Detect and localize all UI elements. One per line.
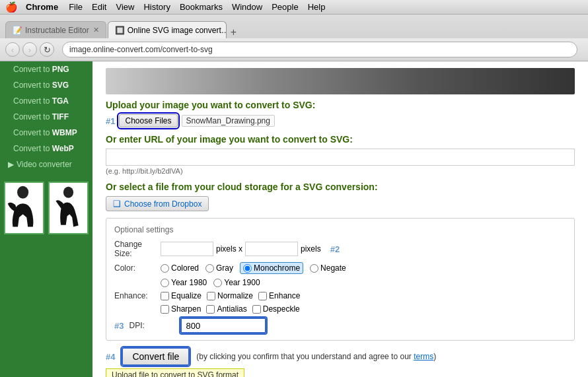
convert-button[interactable]: Convert file	[122, 347, 190, 366]
refresh-button[interactable]: ↻	[40, 42, 54, 57]
menu-people[interactable]: People	[272, 2, 298, 12]
top-image	[106, 68, 575, 94]
enhance-label: Enhance:	[114, 291, 161, 300]
radio-colored[interactable]	[161, 264, 169, 273]
radio-year1980[interactable]	[161, 279, 169, 287]
color-row: Color: Colored Gray Monochrome Negate	[114, 262, 566, 274]
upload-section: Upload your image you want to convert to…	[106, 100, 575, 127]
svg-point-1	[63, 187, 73, 198]
tab-label-svg: Online SVG image convert…	[128, 26, 227, 35]
menu-edit[interactable]: Edit	[92, 2, 106, 12]
dpi-section: #3 DPI:	[114, 318, 566, 333]
sidebar-link-wbmp[interactable]: Convert to WBMP	[0, 125, 92, 141]
thumbnail-area	[0, 178, 92, 238]
year-options: Year 1980 Year 1900	[161, 278, 260, 287]
check-sharpen[interactable]	[161, 305, 169, 314]
enhance-sharpen[interactable]: Sharpen	[161, 304, 201, 314]
enhance-normalize[interactable]: Normalize	[207, 291, 253, 300]
tooltip: Upload file to convert to SVG format	[106, 368, 244, 377]
browser-chrome: 📝 Instructable Editor ✕ 🔲 Online SVG ima…	[0, 15, 588, 61]
radio-negate[interactable]	[310, 264, 318, 273]
refresh-icon: ↻	[44, 45, 51, 55]
color-label: Color:	[114, 263, 161, 273]
sidebar-link-tiff[interactable]: Convert to TIFF	[0, 109, 92, 125]
year-1900[interactable]: Year 1900	[213, 278, 260, 287]
menu-bookmarks[interactable]: Bookmarks	[180, 2, 223, 12]
change-size-row: Change Size: pixels x pixels #2	[114, 240, 566, 258]
enhance-options2: Sharpen Antialias Despeckle	[161, 304, 300, 314]
thumbnail-1	[4, 182, 44, 234]
color-negate[interactable]: Negate	[310, 263, 346, 273]
menu-file[interactable]: File	[69, 2, 83, 12]
url-title: Or enter URL of your image you want to c…	[106, 134, 575, 145]
convert-section: #4 Convert file (by clicking you confirm…	[106, 347, 575, 366]
forward-button[interactable]: ›	[22, 42, 37, 57]
width-input[interactable]	[161, 242, 213, 256]
svg-point-0	[17, 186, 28, 199]
sidebar-video-converter[interactable]: ▶ Video converter	[0, 156, 92, 172]
tab-bar: 📝 Instructable Editor ✕ 🔲 Online SVG ima…	[0, 15, 588, 38]
silhouette-svg-1	[5, 185, 43, 231]
color-colored[interactable]: Colored	[161, 263, 199, 273]
sidebar: Convert to PNG Convert to SVG Convert to…	[0, 61, 92, 377]
sidebar-link-png[interactable]: Convert to PNG	[0, 61, 92, 77]
choose-files-button[interactable]: Choose Files	[119, 114, 177, 127]
dropbox-button[interactable]: ❑ Choose from Dropbox	[106, 196, 209, 211]
apple-icon[interactable]: 🍎	[5, 1, 18, 13]
menu-bar: 🍎 Chrome File Edit View History Bookmark…	[0, 0, 588, 15]
confirm-prefix: (by clicking you confirm that you unders…	[196, 352, 412, 361]
url-input[interactable]	[106, 149, 575, 166]
dpi-input[interactable]	[180, 318, 266, 333]
sidebar-link-svg[interactable]: Convert to SVG	[0, 77, 92, 93]
enhance-row: Enhance: Equalize Normalize Enhance	[114, 291, 566, 300]
upload-title: Upload your image you want to convert to…	[106, 100, 575, 110]
enhance-equalize[interactable]: Equalize	[161, 291, 202, 300]
menu-help[interactable]: Help	[308, 2, 326, 12]
menu-window[interactable]: Window	[232, 2, 262, 12]
pixels-x-label: pixels x	[216, 244, 242, 254]
menu-history[interactable]: History	[143, 2, 170, 12]
file-row: #1 Choose Files SnowMan_Drawing.png	[106, 114, 575, 127]
back-button[interactable]: ‹	[5, 42, 20, 57]
address-bar[interactable]	[62, 42, 577, 57]
step4-label: #4	[106, 352, 115, 362]
new-tab-button[interactable]: +	[231, 26, 237, 38]
step3-label: #3	[114, 321, 124, 331]
year-1980[interactable]: Year 1980	[161, 278, 207, 287]
menu-view[interactable]: View	[116, 2, 134, 12]
radio-monochrome[interactable]	[243, 264, 252, 273]
tab-close-instructable[interactable]: ✕	[93, 26, 99, 34]
enhance-despeckle[interactable]: Despeckle	[252, 304, 300, 314]
color-monochrome[interactable]: Monochrome	[240, 262, 303, 274]
dropbox-icon: ❑	[113, 199, 121, 209]
check-enhance[interactable]	[258, 292, 267, 300]
sidebar-link-tga[interactable]: Convert to TGA	[0, 93, 92, 109]
enhance-antialias[interactable]: Antialias	[206, 304, 246, 314]
sidebar-video-label: Video converter	[17, 160, 72, 169]
optional-title: Optional settings	[114, 225, 566, 234]
tab-instructable[interactable]: 📝 Instructable Editor ✕	[5, 21, 106, 38]
sidebar-link-webp[interactable]: Convert to WebP	[0, 141, 92, 156]
check-normalize[interactable]	[207, 292, 215, 300]
check-antialias[interactable]	[206, 305, 215, 314]
forward-icon: ›	[28, 45, 31, 55]
color-gray[interactable]: Gray	[205, 263, 233, 273]
url-section: Or enter URL of your image you want to c…	[106, 134, 575, 175]
filename-display: SnowMan_Drawing.png	[182, 115, 275, 127]
pixels-end-label: pixels	[301, 244, 321, 254]
enhance-options: Equalize Normalize Enhance	[161, 291, 300, 300]
radio-year1900[interactable]	[213, 279, 222, 287]
radio-gray[interactable]	[205, 264, 214, 273]
tab-svg-convert[interactable]: 🔲 Online SVG image convert… ✕	[108, 21, 227, 38]
enhance-row2: Sharpen Antialias Despeckle	[161, 304, 566, 314]
tab-favicon-instructable: 📝	[13, 26, 22, 35]
back-icon: ‹	[11, 45, 14, 55]
check-despeckle[interactable]	[252, 305, 261, 314]
terms-link[interactable]: terms	[414, 352, 433, 361]
check-equalize[interactable]	[161, 292, 169, 300]
step2-label: #2	[330, 244, 340, 254]
enhance-enhance[interactable]: Enhance	[258, 291, 300, 300]
height-input[interactable]	[245, 242, 298, 256]
tab-label-instructable: Instructable Editor	[25, 26, 89, 35]
tab-favicon-svg: 🔲	[115, 26, 124, 35]
